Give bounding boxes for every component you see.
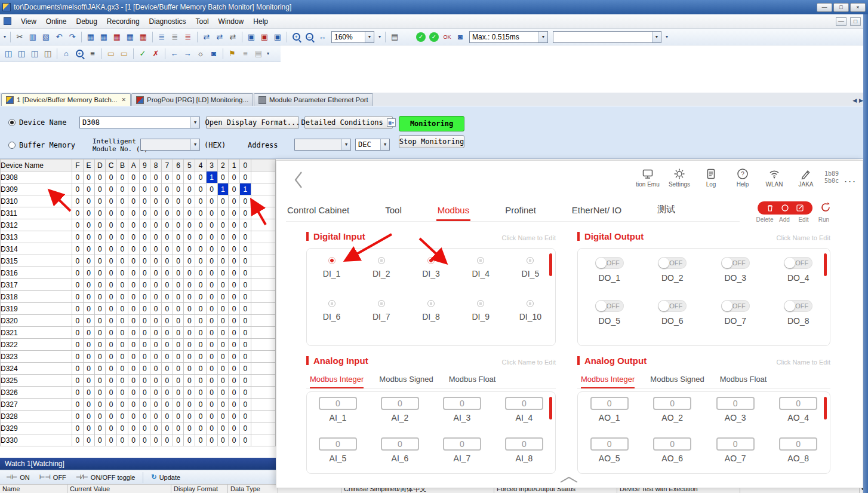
window-cascade-icon[interactable]: ◫ [42, 48, 54, 60]
bit-value-cell[interactable]: 0 [217, 399, 229, 411]
bit-value-cell[interactable]: 0 [217, 172, 229, 183]
bit-value-cell[interactable]: 0 [229, 387, 240, 399]
bit-value-cell[interactable]: 0 [139, 207, 150, 219]
bit-value-cell[interactable]: 0 [106, 339, 117, 351]
bit-value-cell[interactable]: 0 [217, 387, 229, 399]
device-name-cell[interactable]: D309 [1, 183, 72, 195]
bit-value-cell[interactable]: 0 [161, 434, 173, 446]
bit-value-cell[interactable]: 0 [83, 195, 94, 207]
menu-window[interactable]: Window [214, 16, 249, 27]
ao-tab-1[interactable]: Modbus Integer [581, 375, 635, 388]
bit-value-cell[interactable]: 0 [184, 267, 195, 279]
device-monitor-icon-1[interactable]: ▦ [85, 31, 97, 43]
device-name-cell[interactable]: D328 [1, 411, 72, 422]
device-monitor-icon-5[interactable]: ▦ [137, 31, 149, 43]
bit-value-cell[interactable]: 0 [206, 315, 217, 327]
bit-value-cell[interactable]: 0 [229, 255, 240, 267]
bit-value-cell[interactable]: 0 [173, 219, 184, 231]
edit-icon[interactable] [796, 204, 804, 212]
bit-value-cell[interactable]: 0 [106, 422, 117, 434]
bit-value-cell[interactable]: 0 [217, 363, 229, 375]
bit-value-cell[interactable]: 0 [150, 243, 162, 255]
bit-value-cell[interactable]: 0 [128, 291, 139, 303]
bit-value-cell[interactable]: 0 [117, 172, 128, 183]
status-ok-icon-1[interactable]: ✓ [416, 32, 426, 42]
bit-value-cell[interactable]: 0 [83, 243, 94, 255]
bit-value-cell[interactable]: 0 [206, 243, 217, 255]
bit-value-cell[interactable]: 0 [106, 303, 117, 315]
bit-value-cell[interactable]: 0 [128, 207, 139, 219]
bit-value-cell[interactable]: 0 [161, 207, 173, 219]
bit-value-cell[interactable]: 0 [173, 422, 184, 434]
bit-value-cell[interactable]: 0 [117, 279, 128, 291]
do-toggle-DO_1[interactable]: OFF [595, 257, 624, 269]
bit-value-cell[interactable]: 0 [128, 243, 139, 255]
bit-value-cell[interactable]: 0 [184, 195, 195, 207]
bit-value-cell[interactable]: 0 [229, 339, 240, 351]
plc-module-icon[interactable]: ▤ [389, 31, 401, 43]
bit-value-cell[interactable]: 0 [173, 172, 184, 183]
bit-value-cell[interactable]: 0 [128, 422, 139, 434]
digital-input-DI_5[interactable]: DI_5 [506, 257, 555, 300]
bit-value-cell[interactable]: 0 [184, 375, 195, 387]
watch-button-on-off-toggle[interactable]: ⊣∕⊢ON/OFF toggle [72, 471, 139, 483]
document-tab-1[interactable]: 1 [Device/Buffer Memory Batch...✕ [1, 93, 131, 106]
device-name-cell[interactable]: D313 [1, 231, 72, 243]
bit-value-cell[interactable]: 0 [150, 351, 162, 363]
bit-value-cell[interactable]: 0 [206, 375, 217, 387]
bit-value-cell[interactable]: 0 [128, 387, 139, 399]
jaka-tab-3[interactable]: Modbus [436, 199, 470, 221]
device-monitor-icon-4[interactable]: ▦ [124, 31, 136, 43]
bit-value-cell[interactable]: 0 [184, 231, 195, 243]
bit-value-cell[interactable]: 0 [195, 291, 207, 303]
bit-value-cell[interactable]: 0 [94, 375, 106, 387]
bit-value-cell[interactable]: 0 [184, 327, 195, 339]
digital-input-scrollbar[interactable] [549, 253, 552, 276]
bit-value-cell[interactable]: 0 [150, 231, 162, 243]
digital-input-DI_3[interactable]: DI_3 [406, 257, 455, 300]
bit-value-cell[interactable]: 0 [94, 363, 106, 375]
bit-value-cell[interactable]: 0 [83, 399, 94, 411]
bit-value-cell[interactable]: 0 [173, 243, 184, 255]
bit-value-cell[interactable]: 0 [72, 351, 84, 363]
bit-value-cell[interactable]: 0 [184, 243, 195, 255]
snapshot-icon[interactable]: ◙ [454, 31, 466, 43]
bit-value-cell[interactable]: 0 [139, 183, 150, 195]
bit-value-cell[interactable]: 1 [206, 172, 217, 183]
digital-input-DI_10[interactable]: DI_10 [506, 300, 555, 343]
bit-value-cell[interactable]: 0 [161, 387, 173, 399]
bit-value-cell[interactable]: 0 [150, 183, 162, 195]
bit-value-cell[interactable]: 0 [173, 195, 184, 207]
address-dropdown-icon[interactable]: ▼ [341, 139, 350, 150]
bit-value-cell[interactable]: 0 [161, 315, 173, 327]
digital-input-DI_7[interactable]: DI_7 [356, 300, 406, 343]
run-label[interactable]: Run [814, 216, 834, 223]
bit-value-cell[interactable]: 0 [195, 172, 207, 183]
mdi-restore-button[interactable]: □ [850, 17, 861, 26]
bit-value-cell[interactable]: 0 [217, 195, 229, 207]
bit-value-cell[interactable]: 0 [184, 255, 195, 267]
bit-value-cell[interactable]: 0 [195, 231, 207, 243]
jaka-tab-6[interactable]: 测试 [656, 198, 676, 221]
bit-value-cell[interactable]: 0 [173, 231, 184, 243]
device-monitor-icon-3[interactable]: ▦ [111, 31, 123, 43]
bit-value-cell[interactable]: 0 [117, 195, 128, 207]
bit-value-cell[interactable]: 0 [229, 207, 240, 219]
bit-value-cell[interactable]: 0 [150, 315, 162, 327]
bit-value-cell[interactable]: 0 [139, 219, 150, 231]
bit-value-cell[interactable]: 0 [117, 315, 128, 327]
document-tab-3[interactable]: Module Parameter Ethernet Port [254, 93, 373, 106]
device-name-cell[interactable]: D320 [1, 315, 72, 327]
run-button[interactable] [818, 200, 833, 215]
add-label[interactable]: Add [775, 216, 793, 223]
bit-value-cell[interactable]: 0 [184, 434, 195, 446]
stop-monitoring-button[interactable]: Stop Monitoring [399, 135, 464, 148]
bit-value-cell[interactable]: 0 [94, 387, 106, 399]
device-name-radio[interactable] [8, 119, 16, 126]
bit-value-cell[interactable]: 0 [117, 243, 128, 255]
bit-value-cell[interactable]: 0 [195, 195, 207, 207]
paste-icon[interactable]: ▧ [40, 31, 52, 43]
digital-input-DI_6[interactable]: DI_6 [307, 300, 356, 343]
bit-value-cell[interactable]: 0 [139, 231, 150, 243]
ladder-edit-icon-3[interactable]: ≣ [182, 31, 194, 43]
